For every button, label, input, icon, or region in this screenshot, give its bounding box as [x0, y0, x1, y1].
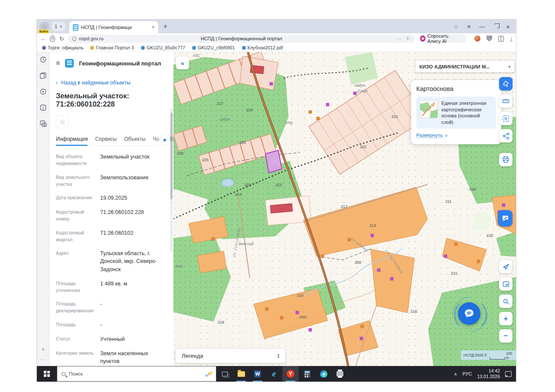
assistant-chat-button[interactable] — [458, 302, 480, 325]
copilot-sparkle-icon: ✦ — [207, 371, 212, 377]
notification-center-icon[interactable] — [505, 371, 512, 377]
search-extent-button[interactable] — [499, 295, 513, 308]
map-label: 211 — [445, 199, 451, 204]
object-info-panel: ≡ Геоинформационный портал ‹ Назад в най… — [50, 52, 173, 366]
tab-count: 1 — [55, 24, 57, 29]
bookmark-item[interactable]: GKUZU_85a9c777 — [141, 45, 185, 50]
favorite-star-button[interactable]: ☆ — [56, 115, 69, 128]
zoom-in-button[interactable]: + — [499, 312, 513, 325]
share-button[interactable] — [499, 129, 513, 143]
browser-tab[interactable]: НСПД | Геоинформаци × — [69, 21, 158, 33]
select-area-button[interactable] — [499, 112, 513, 125]
new-tab-button[interactable]: + — [163, 23, 167, 30]
minimize-button[interactable]: ― — [479, 23, 485, 30]
tab-close-icon[interactable]: × — [152, 24, 155, 30]
word-icon: W — [254, 370, 261, 377]
field-value: - — [100, 321, 102, 329]
taskbar-word-button[interactable]: W — [249, 366, 266, 382]
map-attribution: НСПД 2026 © 100 m — [461, 350, 516, 360]
draw-feedback-button[interactable] — [498, 210, 513, 227]
taskbar-yandex-button[interactable]: Y — [282, 366, 299, 382]
expand-link[interactable]: Развернуть ∨ — [416, 133, 496, 138]
field-row: АдресТульская область, г. Донской, мкр. … — [56, 249, 167, 273]
tabs-scroll-right-button[interactable]: ▶ — [160, 134, 170, 145]
tab-сервисы[interactable]: Сервисы — [95, 136, 117, 142]
tab-group-counter[interactable]: 1 ∨ — [52, 22, 65, 31]
geolocation-button[interactable] — [499, 260, 513, 273]
clear-selection-button[interactable] — [499, 77, 513, 91]
legend-label: Легенда — [182, 353, 203, 359]
downloads-icon[interactable]: ↓ — [510, 36, 513, 41]
tabs-panel-icon[interactable] — [40, 72, 46, 79]
basemap-layer-card[interactable]: Единая электронная картографическая осно… — [416, 97, 496, 129]
close-button[interactable]: × — [506, 23, 510, 30]
bookmark-item[interactable]: Главная Портал З — [90, 45, 134, 50]
collections-icon[interactable] — [498, 36, 504, 42]
field-row: Кадастровый квартал71:26:060102 — [56, 229, 167, 243]
task-view-button[interactable] — [216, 366, 233, 382]
taskbar-printer-button[interactable] — [332, 366, 348, 382]
map-label: стр — [285, 120, 293, 125]
panel-scrollbar[interactable] — [170, 108, 173, 251]
field-value: - — [100, 300, 102, 308]
printer-icon — [336, 371, 343, 376]
restore-button[interactable] — [493, 25, 497, 29]
yandex-services-icon[interactable]: Я — [50, 36, 56, 42]
start-button[interactable] — [37, 366, 57, 382]
protect-shield-icon[interactable] — [486, 36, 492, 42]
profile-avatar[interactable]: ☺ Войти — [39, 22, 49, 32]
media-play-icon[interactable] — [40, 88, 46, 95]
layer-dropdown[interactable]: КИЗО АДМИНИСТРАЦИИ М... ▾ — [415, 61, 514, 72]
map-label: АЗС — [192, 53, 200, 58]
menu-icon[interactable]: ≡ — [56, 59, 60, 67]
chrome-profile-icon[interactable]: ☺ — [453, 23, 458, 29]
login-badge: Войти — [39, 29, 49, 33]
ask-alice-button[interactable]: Спросить Алису AI — [418, 34, 467, 43]
bookmark-item[interactable]: GKUZU_c9bf0901 — [192, 45, 235, 50]
url-field[interactable]: nspd.gov.ru НСПД | Геоинформационный пор… — [68, 35, 415, 43]
map-label: 225 — [202, 158, 209, 162]
bookmark-item[interactable]: Клубная2012.pdf — [242, 45, 283, 50]
tray-expand-icon[interactable]: ∧ — [454, 372, 457, 376]
screenshot-icon[interactable] — [40, 120, 47, 127]
notes-icon[interactable]: 1 — [40, 104, 46, 111]
field-row: Вид объекта недвижимостиЗемельный участо… — [56, 153, 167, 167]
taskbar-explorer-button[interactable] — [233, 366, 249, 382]
taskbar-edge-button[interactable]: e — [315, 366, 332, 382]
edge-icon: e — [320, 370, 327, 378]
extension-icon[interactable] — [474, 36, 480, 42]
map-label: 223 — [245, 183, 251, 187]
parcel-fields: Вид объекта недвижимостиЗемельный участо… — [56, 153, 167, 366]
search-placeholder: Поиск — [69, 371, 83, 376]
measure-ruler-button[interactable] — [499, 94, 513, 108]
more-actions-icon[interactable]: ⋯ — [397, 36, 402, 42]
history-icon[interactable] — [40, 56, 46, 63]
language-indicator[interactable]: РУС — [462, 371, 472, 376]
tab-объекты[interactable]: Объекты — [124, 136, 146, 142]
taskbar-calculator-button[interactable] — [299, 366, 315, 382]
legend-expand-icon[interactable]: ▴▾ — [278, 353, 279, 359]
collapse-panel-button[interactable]: « — [176, 56, 189, 69]
legend-bar[interactable]: Легенда ▴▾ — [176, 349, 285, 363]
minimap-button[interactable] — [499, 277, 513, 291]
browser-menu-icon[interactable]: ≡ — [467, 23, 471, 30]
bookmark-label: Торги: официаль — [48, 45, 83, 50]
print-button[interactable] — [499, 153, 513, 166]
clock[interactable]: 14:42 13.01.2026 — [477, 368, 500, 379]
zoom-out-button[interactable]: − — [499, 329, 513, 343]
back-to-results-link[interactable]: ‹ Назад в найденные объекты — [56, 80, 167, 86]
field-row: Площадь уточненная1 489 кв. м — [56, 280, 167, 294]
sidebar-add-icon[interactable]: + — [41, 346, 45, 353]
sidebar-more-icon[interactable]: ⋯ — [41, 357, 46, 363]
tab-информация[interactable]: Информация — [56, 136, 88, 142]
taskbar-search-input[interactable]: Поиск ✦ — [57, 366, 216, 382]
map-label: (стр) — [357, 89, 367, 93]
back-icon[interactable]: ← — [40, 36, 46, 42]
taskbar-ie-button[interactable]: e — [266, 366, 282, 382]
refresh-icon[interactable]: ↻ — [59, 36, 65, 42]
nspd-logo-icon — [65, 59, 74, 68]
field-value: 19.09.2025 — [100, 194, 127, 202]
bookmark-item[interactable]: Торги: официаль — [42, 45, 83, 50]
bookmark-flag-icon[interactable]: ⚐ — [406, 36, 411, 42]
chevron-down-icon: ∨ — [59, 24, 62, 29]
